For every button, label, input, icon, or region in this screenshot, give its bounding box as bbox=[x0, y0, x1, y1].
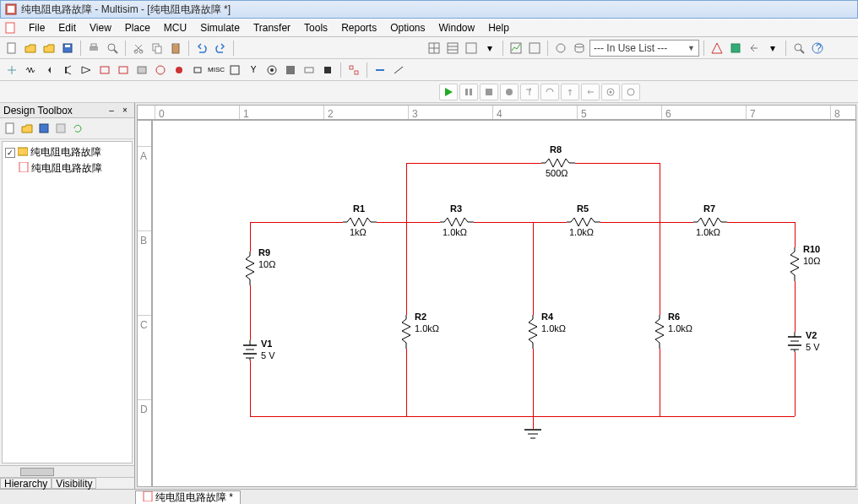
resistor-r4[interactable] bbox=[528, 315, 538, 351]
resistor-r5[interactable] bbox=[567, 217, 600, 227]
place-ni-button[interactable] bbox=[282, 62, 299, 79]
menu-edit[interactable]: Edit bbox=[52, 20, 83, 35]
place-cmos-button[interactable] bbox=[115, 62, 132, 79]
place-ttl-button[interactable] bbox=[96, 62, 113, 79]
view-postproc-button[interactable] bbox=[526, 40, 543, 57]
menu-simulate[interactable]: Simulate bbox=[193, 20, 247, 35]
source-v1[interactable] bbox=[242, 340, 258, 363]
menu-transfer[interactable]: Transfer bbox=[247, 20, 297, 35]
menu-options[interactable]: Options bbox=[383, 20, 432, 35]
toolbox-pin-button[interactable]: – bbox=[106, 105, 117, 117]
menu-file[interactable]: File bbox=[22, 20, 52, 35]
resistor-r7[interactable] bbox=[693, 217, 727, 227]
menu-tools[interactable]: Tools bbox=[297, 20, 334, 35]
step-back-button[interactable] bbox=[581, 84, 600, 100]
open2-button[interactable] bbox=[41, 40, 57, 57]
place-advanced-button[interactable] bbox=[226, 62, 243, 79]
place-mcu-button[interactable] bbox=[319, 62, 336, 79]
open-button[interactable] bbox=[22, 40, 39, 57]
view-graph-button[interactable] bbox=[508, 40, 524, 57]
paste-button[interactable] bbox=[167, 40, 184, 57]
ultiboard-button[interactable] bbox=[727, 40, 744, 57]
redo-button[interactable] bbox=[212, 40, 229, 57]
checkbox-icon[interactable]: ✓ bbox=[5, 148, 15, 158]
design-refresh-button[interactable] bbox=[70, 121, 85, 136]
settings-button[interactable] bbox=[622, 84, 640, 100]
resistor-r6[interactable] bbox=[654, 315, 665, 351]
menu-reports[interactable]: Reports bbox=[334, 20, 383, 35]
menu-view[interactable]: View bbox=[83, 20, 118, 35]
place-basic-button[interactable] bbox=[22, 62, 39, 79]
resistor-r1[interactable] bbox=[343, 217, 377, 227]
place-mixed-button[interactable] bbox=[152, 62, 169, 79]
menu-window[interactable]: Window bbox=[432, 20, 482, 35]
place-source-button[interactable] bbox=[3, 62, 20, 79]
place-bus-button[interactable] bbox=[372, 62, 388, 79]
place-transistor-button[interactable] bbox=[59, 62, 76, 79]
forward-annotate-button[interactable]: ▾ bbox=[764, 40, 781, 57]
tab-visibility[interactable]: Visibility bbox=[52, 478, 96, 489]
view-spreadsheet-button[interactable] bbox=[444, 40, 461, 57]
erc-button[interactable] bbox=[709, 40, 725, 57]
ground-symbol[interactable] bbox=[524, 429, 541, 443]
view-netlist-button[interactable] bbox=[463, 40, 480, 57]
new-button[interactable] bbox=[3, 40, 20, 57]
pause-button[interactable] bbox=[459, 84, 478, 100]
tab-hierarchy[interactable]: Hierarchy bbox=[0, 478, 52, 489]
new-design-button[interactable] bbox=[3, 121, 18, 136]
stop-button[interactable] bbox=[480, 84, 498, 100]
place-diode-button[interactable] bbox=[41, 62, 57, 79]
run-button[interactable] bbox=[439, 84, 458, 100]
toolbox-close-button[interactable]: × bbox=[119, 105, 131, 117]
step-out-button[interactable] bbox=[561, 84, 579, 100]
menu-place[interactable]: Place bbox=[118, 20, 157, 35]
menu-help[interactable]: Help bbox=[481, 20, 516, 35]
save-button[interactable] bbox=[59, 40, 76, 57]
resistor-r10[interactable] bbox=[790, 247, 800, 284]
place-rf-button[interactable]: Y bbox=[245, 62, 262, 79]
help-button[interactable]: ? bbox=[809, 40, 826, 57]
svg-point-45 bbox=[270, 68, 274, 72]
place-misc-digital-button[interactable] bbox=[133, 62, 150, 79]
breakpoint-button[interactable] bbox=[601, 84, 620, 100]
design-up-button[interactable] bbox=[53, 121, 68, 136]
open-design-button[interactable] bbox=[19, 121, 35, 136]
svg-rect-48 bbox=[324, 67, 331, 73]
place-misc-button[interactable]: MISC bbox=[208, 62, 225, 79]
place-power-button[interactable] bbox=[189, 62, 206, 79]
resistor-r3[interactable] bbox=[440, 217, 474, 227]
place-junction-button[interactable] bbox=[390, 62, 407, 79]
document-tab[interactable]: 纯电阻电路故障 * bbox=[135, 490, 241, 504]
copy-button[interactable] bbox=[149, 40, 166, 57]
back-annotate-button[interactable] bbox=[746, 40, 763, 57]
find-button[interactable] bbox=[790, 40, 807, 57]
tree-child[interactable]: 纯电阻电路故障 bbox=[5, 160, 129, 176]
tree-root[interactable]: ✓ 纯电阻电路故障 bbox=[5, 144, 129, 160]
step-over-button[interactable] bbox=[540, 84, 559, 100]
place-electromech-button[interactable] bbox=[263, 62, 280, 79]
sidebar-scrollbar[interactable] bbox=[0, 465, 134, 477]
save-design-button[interactable] bbox=[36, 121, 52, 136]
place-hierarchy-button[interactable] bbox=[345, 62, 362, 79]
place-indicator-button[interactable] bbox=[171, 62, 187, 79]
resistor-r8[interactable] bbox=[541, 158, 575, 168]
design-tree[interactable]: ✓ 纯电阻电路故障 纯电阻电路故障 bbox=[2, 141, 133, 463]
cut-button[interactable] bbox=[130, 40, 147, 57]
place-connector-button[interactable] bbox=[301, 62, 318, 79]
record-button[interactable] bbox=[500, 84, 519, 100]
undo-button[interactable] bbox=[193, 40, 210, 57]
menu-mcu[interactable]: MCU bbox=[157, 20, 193, 35]
place-analog-button[interactable] bbox=[78, 62, 95, 79]
resistor-r9[interactable] bbox=[245, 252, 255, 288]
schematic-canvas[interactable]: R8 500Ω R1 1kΩ R3 1.0kΩ R5 1.0kΩ bbox=[152, 120, 856, 487]
database-button[interactable] bbox=[571, 40, 588, 57]
view-grid-button[interactable] bbox=[426, 40, 443, 57]
component-wiz-button[interactable] bbox=[552, 40, 569, 57]
resistor-r2[interactable] bbox=[401, 315, 411, 351]
source-v2[interactable] bbox=[786, 332, 803, 355]
preview-button[interactable] bbox=[104, 40, 121, 57]
inuse-combo[interactable]: --- In Use List --- ▼ bbox=[589, 40, 699, 57]
view-dropdown-button[interactable]: ▾ bbox=[481, 40, 498, 57]
step-into-button[interactable] bbox=[520, 84, 539, 100]
print-button[interactable] bbox=[85, 40, 102, 57]
